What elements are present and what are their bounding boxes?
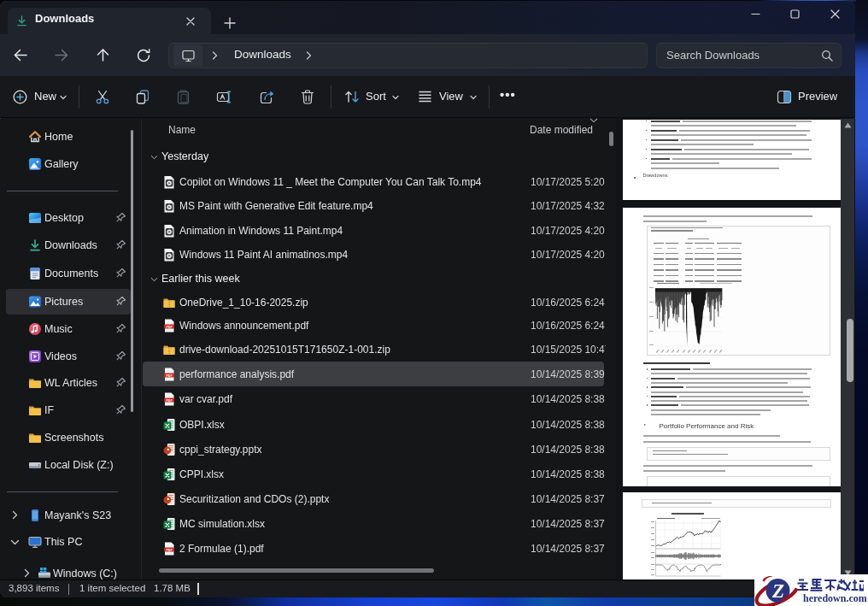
svg-text:Z: Z (771, 580, 784, 602)
svg-text:PDF: PDF (166, 548, 173, 551)
svg-text:PDF: PDF (166, 374, 173, 377)
svg-text:PDF: PDF (166, 326, 173, 329)
svg-text:PDF: PDF (166, 399, 173, 403)
